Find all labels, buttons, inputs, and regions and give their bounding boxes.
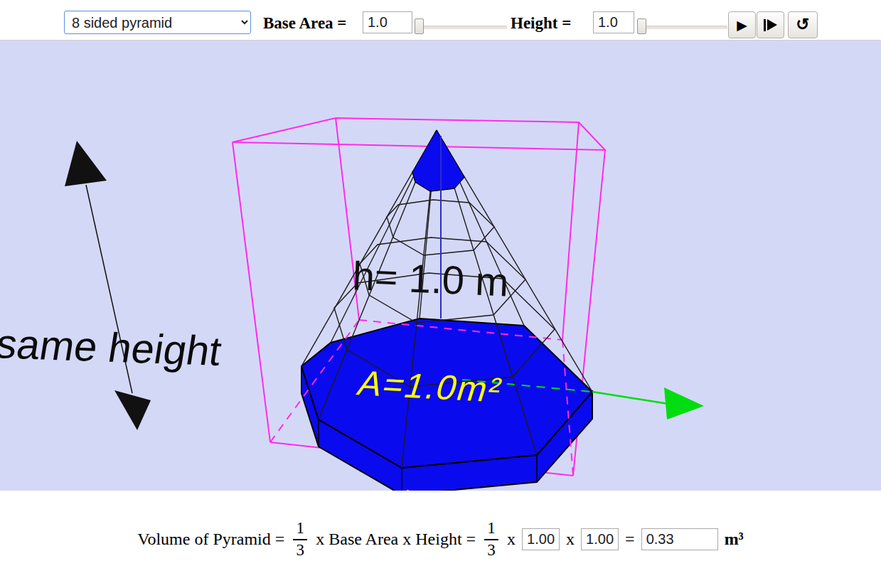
height-label: Height =: [511, 14, 571, 33]
graphics-3d-view[interactable]: same height h= 1.0 m A=1.0m²: [0, 41, 881, 491]
toolbar: 8 sided pyramid Base Area = Height = ▶ ↺: [0, 0, 881, 41]
fraction-denominator: 3: [297, 541, 305, 560]
formula-volume-result[interactable]: [641, 528, 718, 550]
scene-svg: same height h= 1.0 m A=1.0m²: [0, 41, 881, 491]
same-height-arrow: [65, 141, 151, 430]
box-edge-front-left: [233, 142, 270, 442]
reset-button[interactable]: ↺: [788, 11, 818, 38]
y-axis-line: [592, 392, 668, 404]
fraction-numerator: 1: [487, 519, 496, 538]
step-icon: [764, 19, 766, 31]
base-area-label: Base Area =: [263, 14, 346, 33]
base-area-annotation: A=1.0m²: [353, 363, 508, 410]
one-third-fraction: 1 3: [291, 519, 309, 560]
times-sign: x: [566, 530, 575, 549]
formula-lhs: Volume of Pyramid =: [137, 530, 284, 549]
formula-height-input[interactable]: [581, 528, 619, 550]
step-icon-triangle: [767, 19, 777, 31]
base-area-slider-track[interactable]: [417, 26, 507, 29]
fraction-bar: [293, 539, 307, 540]
play-icon: ▶: [737, 18, 747, 32]
shape-select[interactable]: 8 sided pyramid: [64, 11, 251, 34]
fraction-denominator: 3: [487, 541, 496, 560]
box-top-face: [233, 118, 605, 150]
fraction-numerator: 1: [297, 519, 305, 538]
times-sign: x: [507, 530, 516, 549]
formula-bar: Volume of Pyramid = 1 3 x Base Area x He…: [0, 491, 881, 588]
one-third-fraction: 1 3: [482, 519, 501, 560]
base-area-input[interactable]: [363, 11, 412, 33]
fraction-bar: [484, 539, 498, 540]
formula-middle: x Base Area x Height =: [316, 530, 476, 549]
height-input[interactable]: [593, 11, 634, 33]
volume-formula: Volume of Pyramid = 1 3 x Base Area x He…: [137, 519, 744, 560]
same-height-label: same height: [0, 320, 225, 373]
equals-sign: =: [625, 530, 635, 549]
reset-icon: ↺: [796, 16, 809, 33]
base-area-slider[interactable]: [415, 0, 507, 41]
volume-unit: m³: [725, 530, 744, 549]
step-button[interactable]: [757, 11, 784, 38]
height-slider-track[interactable]: [640, 26, 727, 29]
formula-base-area-input[interactable]: [522, 528, 560, 550]
base-area-slider-thumb[interactable]: [415, 18, 424, 34]
height-slider[interactable]: [637, 0, 727, 41]
pyramid-height-annotation: h= 1.0 m: [351, 253, 509, 305]
y-axis-arrowhead: [664, 387, 704, 419]
same-height-arrowhead-down: [114, 390, 151, 430]
pyramid-tip-solid: [412, 130, 464, 191]
same-height-arrowhead-up: [65, 141, 107, 186]
box-edge-back-right: [562, 122, 579, 340]
height-slider-thumb[interactable]: [637, 18, 646, 34]
play-button[interactable]: ▶: [728, 11, 756, 38]
